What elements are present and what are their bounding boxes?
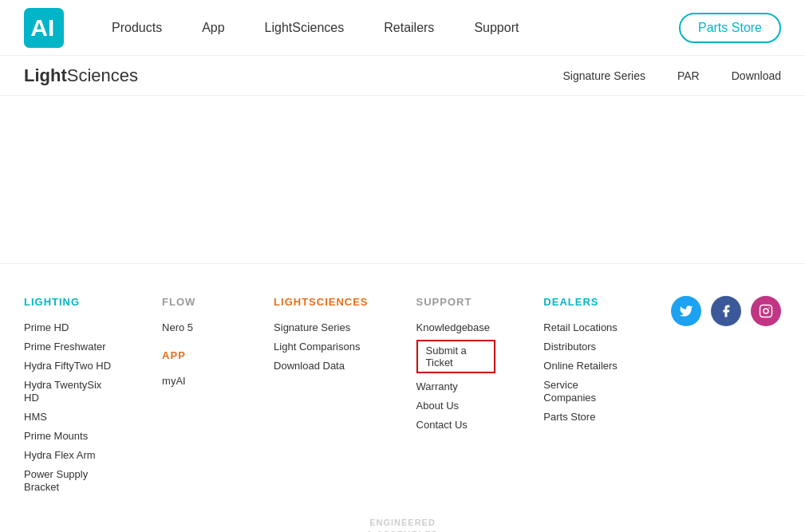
list-item: Online Retailers xyxy=(543,359,623,372)
submit-ticket-item: Submit a Ticket xyxy=(416,340,496,373)
flow-nero5[interactable]: Nero 5 xyxy=(162,321,193,333)
support-knowledgebase[interactable]: Knowledgebase xyxy=(416,321,491,333)
list-item: Warranty xyxy=(416,380,496,392)
list-item: Knowledgebase xyxy=(416,321,496,333)
lighting-hms[interactable]: HMS xyxy=(24,411,47,423)
footer-lighting: LIGHTING Prime HD Prime Freshwater Hydra… xyxy=(24,296,114,493)
list-item: Retail Locations xyxy=(543,321,623,333)
ls-download[interactable]: Download Data xyxy=(274,360,345,372)
list-item: Download Data xyxy=(274,359,368,372)
lighting-prime-hd[interactable]: Prime HD xyxy=(24,321,69,333)
dealers-retail[interactable]: Retail Locations xyxy=(543,321,618,333)
list-item: Power Supply Bracket xyxy=(24,467,114,493)
dealers-parts-store[interactable]: Parts Store xyxy=(543,411,595,423)
list-item: Prime HD xyxy=(24,321,114,333)
footer-lightsciences: LIGHTSCIENCES Signature Series Light Com… xyxy=(274,296,368,493)
lightsciences-heading: LIGHTSCIENCES xyxy=(274,296,368,308)
footer-flow-app: FLOW Nero 5 APP myAI xyxy=(162,296,226,493)
list-item: About Us xyxy=(416,399,496,412)
main-content xyxy=(0,96,805,255)
sub-nav-download[interactable]: Download xyxy=(732,69,781,82)
ls-comparisons[interactable]: Light Comparisons xyxy=(274,341,360,353)
sub-nav: Signature Series PAR Download xyxy=(562,69,781,82)
footer-grid: LIGHTING Prime HD Prime Freshwater Hydra… xyxy=(24,296,781,493)
footer-bottom: ENGINEERED & ASSEMBLED IN IOWA xyxy=(24,517,781,532)
brand-bold: Light xyxy=(24,65,67,85)
lighting-hydra26[interactable]: Hydra TwentySix HD xyxy=(24,379,101,404)
lightsciences-list: Signature Series Light Comparisons Downl… xyxy=(274,321,368,372)
dealers-service-companies[interactable]: Service Companies xyxy=(543,379,596,404)
nav-lightsciences[interactable]: LightSciences xyxy=(265,21,345,35)
list-item: Distributors xyxy=(543,340,623,353)
dealers-heading: DEALERS xyxy=(543,296,623,308)
social-icons xyxy=(671,296,781,326)
ls-signature[interactable]: Signature Series xyxy=(274,321,350,333)
sub-header: LightSciences Signature Series PAR Downl… xyxy=(0,56,805,96)
list-item: Contact Us xyxy=(416,418,496,431)
brand-title: LightSciences xyxy=(24,65,562,86)
list-item: Signature Series xyxy=(274,321,368,333)
dealers-distributors[interactable]: Distributors xyxy=(543,341,596,353)
list-item: Prime Mounts xyxy=(24,429,114,442)
svg-point-4 xyxy=(768,307,770,309)
main-header: AI Products App LightSciences Retailers … xyxy=(0,0,805,56)
footer-dealers: DEALERS Retail Locations Distributors On… xyxy=(543,296,623,493)
list-item: Light Comparisons xyxy=(274,340,368,353)
list-item: Nero 5 xyxy=(162,321,226,333)
support-submit-ticket[interactable]: Submit a Ticket xyxy=(416,340,496,373)
footer-social xyxy=(671,296,781,493)
list-item: Hydra TwentySix HD xyxy=(24,378,114,404)
list-item: Prime Freshwater xyxy=(24,340,114,353)
list-item: myAI xyxy=(162,374,226,387)
support-list: Knowledgebase Submit a Ticket Warranty A… xyxy=(416,321,496,431)
twitter-icon[interactable] xyxy=(671,296,701,326)
support-about[interactable]: About Us xyxy=(416,400,459,412)
nav-products[interactable]: Products xyxy=(112,21,162,35)
lighting-heading: LIGHTING xyxy=(24,296,114,308)
footer-support: SUPPORT Knowledgebase Submit a Ticket Wa… xyxy=(416,296,496,493)
support-contact[interactable]: Contact Us xyxy=(416,419,468,431)
support-heading: SUPPORT xyxy=(416,296,496,308)
support-warranty[interactable]: Warranty xyxy=(416,380,458,392)
engineered-text: ENGINEERED & ASSEMBLED IN IOWA xyxy=(24,517,781,532)
app-list: myAI xyxy=(162,374,226,387)
list-item: Hydra Flex Arm xyxy=(24,448,114,461)
app-heading: APP xyxy=(162,349,226,361)
lighting-hydra52[interactable]: Hydra FiftyTwo HD xyxy=(24,360,111,372)
svg-point-3 xyxy=(764,309,768,313)
sub-nav-par[interactable]: PAR xyxy=(677,69,700,82)
dealers-list: Retail Locations Distributors Online Ret… xyxy=(543,321,623,423)
footer: LIGHTING Prime HD Prime Freshwater Hydra… xyxy=(0,263,805,532)
flow-list: Nero 5 xyxy=(162,321,226,333)
lighting-prime-freshwater[interactable]: Prime Freshwater xyxy=(24,341,106,353)
svg-rect-2 xyxy=(760,305,772,317)
sub-nav-signature[interactable]: Signature Series xyxy=(562,69,645,82)
lighting-list: Prime HD Prime Freshwater Hydra FiftyTwo… xyxy=(24,321,114,493)
parts-store-button[interactable]: Parts Store xyxy=(679,13,781,43)
lighting-prime-mounts[interactable]: Prime Mounts xyxy=(24,430,88,442)
facebook-icon[interactable] xyxy=(711,296,741,326)
dealers-online-retailers[interactable]: Online Retailers xyxy=(543,360,618,372)
list-item: Service Companies xyxy=(543,378,623,404)
lighting-power-bracket[interactable]: Power Supply Bracket xyxy=(24,468,88,493)
list-item: Hydra FiftyTwo HD xyxy=(24,359,114,372)
nav-support[interactable]: Support xyxy=(474,21,519,35)
logo[interactable]: AI xyxy=(24,8,64,48)
app-myai[interactable]: myAI xyxy=(162,375,186,387)
flow-heading: FLOW xyxy=(162,296,226,308)
nav-app[interactable]: App xyxy=(202,21,224,35)
svg-text:AI: AI xyxy=(30,14,54,41)
brand-light: Sciences xyxy=(67,65,138,85)
nav-retailers[interactable]: Retailers xyxy=(384,21,434,35)
lighting-hydra-flex[interactable]: Hydra Flex Arm xyxy=(24,449,96,461)
instagram-icon[interactable] xyxy=(751,296,781,326)
flow-app-wrap: FLOW Nero 5 APP myAI xyxy=(162,296,226,387)
list-item: HMS xyxy=(24,410,114,423)
list-item: Parts Store xyxy=(543,410,623,423)
main-nav: Products App LightSciences Retailers Sup… xyxy=(112,21,679,35)
